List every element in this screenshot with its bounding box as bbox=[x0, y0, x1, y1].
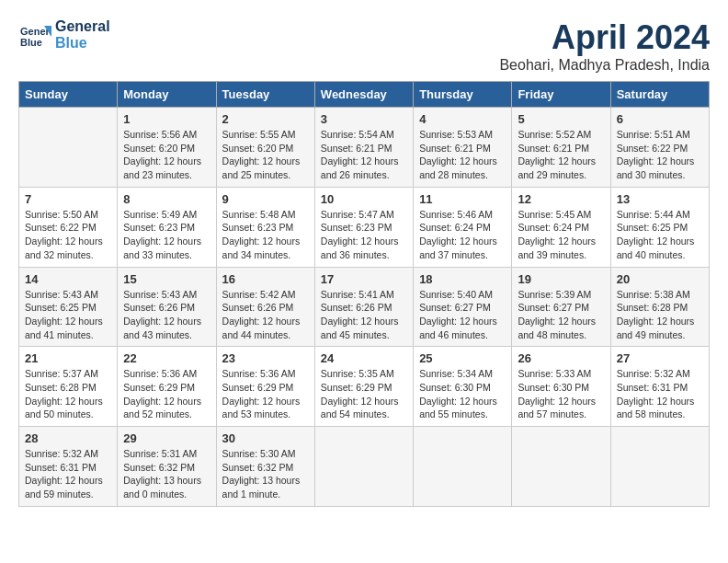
table-row: 8Sunrise: 5:49 AM Sunset: 6:23 PM Daylig… bbox=[118, 187, 216, 267]
table-row: 27Sunrise: 5:32 AM Sunset: 6:31 PM Dayli… bbox=[610, 347, 709, 427]
day-info: Sunrise: 5:37 AM Sunset: 6:28 PM Dayligh… bbox=[25, 367, 111, 421]
day-info: Sunrise: 5:43 AM Sunset: 6:25 PM Dayligh… bbox=[25, 288, 111, 342]
table-row bbox=[610, 427, 709, 507]
day-info: Sunrise: 5:56 AM Sunset: 6:20 PM Dayligh… bbox=[123, 128, 210, 182]
week-row: 14Sunrise: 5:43 AM Sunset: 6:25 PM Dayli… bbox=[19, 267, 710, 347]
day-number: 25 bbox=[419, 351, 506, 365]
table-row: 15Sunrise: 5:43 AM Sunset: 6:26 PM Dayli… bbox=[118, 267, 216, 347]
table-row: 22Sunrise: 5:36 AM Sunset: 6:29 PM Dayli… bbox=[118, 347, 216, 427]
day-number: 22 bbox=[123, 351, 210, 365]
header-cell-friday: Friday bbox=[512, 82, 610, 108]
header-row: SundayMondayTuesdayWednesdayThursdayFrid… bbox=[19, 82, 710, 108]
day-info: Sunrise: 5:36 AM Sunset: 6:29 PM Dayligh… bbox=[123, 367, 210, 421]
day-info: Sunrise: 5:43 AM Sunset: 6:26 PM Dayligh… bbox=[123, 288, 210, 342]
day-info: Sunrise: 5:34 AM Sunset: 6:30 PM Dayligh… bbox=[419, 367, 506, 421]
day-number: 19 bbox=[518, 272, 604, 286]
day-info: Sunrise: 5:44 AM Sunset: 6:25 PM Dayligh… bbox=[617, 208, 703, 262]
calendar-body: 1Sunrise: 5:56 AM Sunset: 6:20 PM Daylig… bbox=[19, 108, 710, 507]
table-row: 20Sunrise: 5:38 AM Sunset: 6:28 PM Dayli… bbox=[610, 267, 709, 347]
day-number: 30 bbox=[222, 431, 309, 445]
day-info: Sunrise: 5:30 AM Sunset: 6:32 PM Dayligh… bbox=[222, 447, 309, 501]
table-row: 29Sunrise: 5:31 AM Sunset: 6:32 PM Dayli… bbox=[118, 427, 216, 507]
location-title: Beohari, Madhya Pradesh, India bbox=[499, 57, 710, 74]
day-info: Sunrise: 5:54 AM Sunset: 6:21 PM Dayligh… bbox=[321, 128, 407, 182]
svg-text:Blue: Blue bbox=[20, 37, 42, 48]
logo: General Blue General Blue bbox=[18, 18, 110, 52]
day-number: 23 bbox=[222, 351, 309, 365]
day-info: Sunrise: 5:45 AM Sunset: 6:24 PM Dayligh… bbox=[518, 208, 604, 262]
table-row: 23Sunrise: 5:36 AM Sunset: 6:29 PM Dayli… bbox=[216, 347, 314, 427]
day-number: 10 bbox=[321, 192, 407, 206]
day-info: Sunrise: 5:38 AM Sunset: 6:28 PM Dayligh… bbox=[617, 288, 703, 342]
table-row bbox=[414, 427, 512, 507]
table-row: 5Sunrise: 5:52 AM Sunset: 6:21 PM Daylig… bbox=[512, 108, 610, 188]
day-number: 14 bbox=[25, 272, 111, 286]
day-info: Sunrise: 5:48 AM Sunset: 6:23 PM Dayligh… bbox=[222, 208, 309, 262]
day-info: Sunrise: 5:35 AM Sunset: 6:29 PM Dayligh… bbox=[321, 367, 407, 421]
logo-icon: General Blue bbox=[18, 18, 51, 52]
day-number: 1 bbox=[123, 112, 210, 126]
calendar-table: SundayMondayTuesdayWednesdayThursdayFrid… bbox=[18, 81, 710, 507]
table-row: 19Sunrise: 5:39 AM Sunset: 6:27 PM Dayli… bbox=[512, 267, 610, 347]
day-number: 26 bbox=[518, 351, 604, 365]
table-row bbox=[314, 427, 413, 507]
day-info: Sunrise: 5:53 AM Sunset: 6:21 PM Dayligh… bbox=[419, 128, 506, 182]
table-row: 11Sunrise: 5:46 AM Sunset: 6:24 PM Dayli… bbox=[414, 187, 512, 267]
day-number: 5 bbox=[518, 112, 604, 126]
day-info: Sunrise: 5:36 AM Sunset: 6:29 PM Dayligh… bbox=[222, 367, 309, 421]
day-number: 2 bbox=[222, 112, 309, 126]
day-number: 9 bbox=[222, 192, 309, 206]
table-row: 3Sunrise: 5:54 AM Sunset: 6:21 PM Daylig… bbox=[314, 108, 413, 188]
header-cell-wednesday: Wednesday bbox=[314, 82, 413, 108]
table-row: 26Sunrise: 5:33 AM Sunset: 6:30 PM Dayli… bbox=[512, 347, 610, 427]
header-cell-tuesday: Tuesday bbox=[216, 82, 314, 108]
header-cell-monday: Monday bbox=[118, 82, 216, 108]
table-row: 17Sunrise: 5:41 AM Sunset: 6:26 PM Dayli… bbox=[314, 267, 413, 347]
table-row: 25Sunrise: 5:34 AM Sunset: 6:30 PM Dayli… bbox=[414, 347, 512, 427]
day-number: 7 bbox=[25, 192, 111, 206]
table-row: 30Sunrise: 5:30 AM Sunset: 6:32 PM Dayli… bbox=[216, 427, 314, 507]
table-row: 4Sunrise: 5:53 AM Sunset: 6:21 PM Daylig… bbox=[414, 108, 512, 188]
month-title: April 2024 bbox=[499, 18, 710, 57]
day-info: Sunrise: 5:32 AM Sunset: 6:31 PM Dayligh… bbox=[25, 447, 111, 501]
table-row: 2Sunrise: 5:55 AM Sunset: 6:20 PM Daylig… bbox=[216, 108, 314, 188]
day-number: 6 bbox=[617, 112, 703, 126]
day-info: Sunrise: 5:41 AM Sunset: 6:26 PM Dayligh… bbox=[321, 288, 407, 342]
day-number: 4 bbox=[419, 112, 506, 126]
day-info: Sunrise: 5:40 AM Sunset: 6:27 PM Dayligh… bbox=[419, 288, 506, 342]
table-row: 9Sunrise: 5:48 AM Sunset: 6:23 PM Daylig… bbox=[216, 187, 314, 267]
calendar-header: SundayMondayTuesdayWednesdayThursdayFrid… bbox=[19, 82, 710, 108]
day-number: 21 bbox=[25, 351, 111, 365]
day-info: Sunrise: 5:49 AM Sunset: 6:23 PM Dayligh… bbox=[123, 208, 210, 262]
table-row: 14Sunrise: 5:43 AM Sunset: 6:25 PM Dayli… bbox=[19, 267, 118, 347]
day-number: 24 bbox=[321, 351, 407, 365]
table-row: 7Sunrise: 5:50 AM Sunset: 6:22 PM Daylig… bbox=[19, 187, 118, 267]
day-info: Sunrise: 5:51 AM Sunset: 6:22 PM Dayligh… bbox=[617, 128, 703, 182]
day-number: 27 bbox=[617, 351, 703, 365]
day-number: 16 bbox=[222, 272, 309, 286]
day-info: Sunrise: 5:50 AM Sunset: 6:22 PM Dayligh… bbox=[25, 208, 111, 262]
logo-text: General Blue bbox=[55, 18, 110, 51]
table-row: 21Sunrise: 5:37 AM Sunset: 6:28 PM Dayli… bbox=[19, 347, 118, 427]
day-number: 17 bbox=[321, 272, 407, 286]
day-info: Sunrise: 5:42 AM Sunset: 6:26 PM Dayligh… bbox=[222, 288, 309, 342]
day-info: Sunrise: 5:32 AM Sunset: 6:31 PM Dayligh… bbox=[617, 367, 703, 421]
week-row: 21Sunrise: 5:37 AM Sunset: 6:28 PM Dayli… bbox=[19, 347, 710, 427]
day-number: 18 bbox=[419, 272, 506, 286]
day-info: Sunrise: 5:31 AM Sunset: 6:32 PM Dayligh… bbox=[123, 447, 210, 501]
table-row: 24Sunrise: 5:35 AM Sunset: 6:29 PM Dayli… bbox=[314, 347, 413, 427]
day-number: 11 bbox=[419, 192, 506, 206]
table-row bbox=[19, 108, 118, 188]
day-number: 28 bbox=[25, 431, 111, 445]
day-info: Sunrise: 5:47 AM Sunset: 6:23 PM Dayligh… bbox=[321, 208, 407, 262]
day-number: 12 bbox=[518, 192, 604, 206]
week-row: 1Sunrise: 5:56 AM Sunset: 6:20 PM Daylig… bbox=[19, 108, 710, 188]
day-info: Sunrise: 5:46 AM Sunset: 6:24 PM Dayligh… bbox=[419, 208, 506, 262]
table-row: 1Sunrise: 5:56 AM Sunset: 6:20 PM Daylig… bbox=[118, 108, 216, 188]
header: General Blue General Blue April 2024 Beo… bbox=[18, 18, 710, 74]
header-cell-thursday: Thursday bbox=[414, 82, 512, 108]
table-row: 16Sunrise: 5:42 AM Sunset: 6:26 PM Dayli… bbox=[216, 267, 314, 347]
week-row: 28Sunrise: 5:32 AM Sunset: 6:31 PM Dayli… bbox=[19, 427, 710, 507]
table-row: 6Sunrise: 5:51 AM Sunset: 6:22 PM Daylig… bbox=[610, 108, 709, 188]
header-cell-sunday: Sunday bbox=[19, 82, 118, 108]
